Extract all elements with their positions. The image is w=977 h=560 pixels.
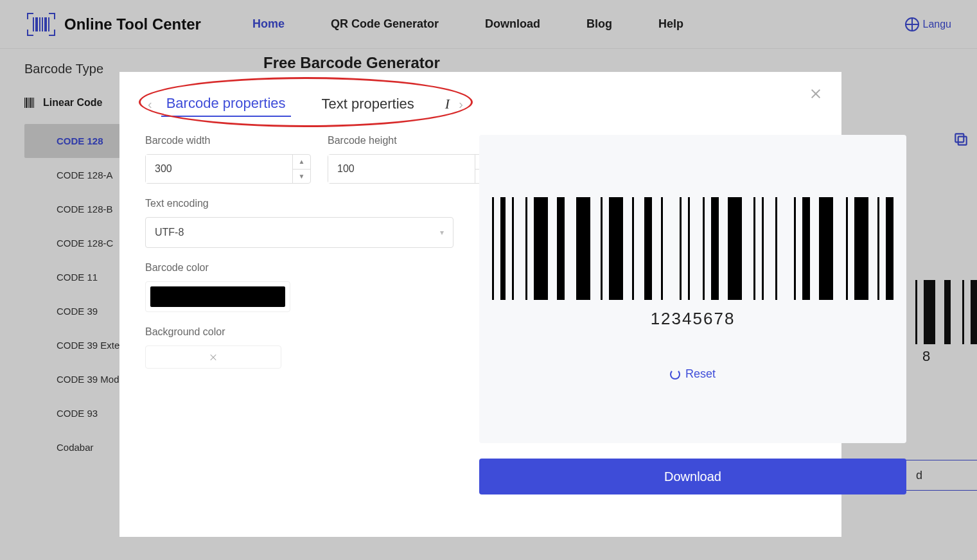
- barcode-color-picker[interactable]: [145, 281, 290, 312]
- text-encoding-value: UTF-8: [155, 227, 184, 238]
- barcode-height-input[interactable]: ▲ ▼: [328, 154, 493, 184]
- label-barcode-width: Barcode width: [145, 135, 311, 146]
- chevron-down-icon: ▾: [440, 228, 444, 237]
- barcode-preview: 12345678 Reset: [479, 135, 906, 443]
- tab-extra-indicator: I: [445, 96, 450, 112]
- download-button[interactable]: Download: [479, 459, 906, 494]
- tabs-row: ‹ Barcode properties Text properties I ›: [145, 91, 816, 117]
- tabs-prev-icon[interactable]: ‹: [145, 97, 155, 112]
- label-background-color: Background color: [145, 326, 453, 338]
- reset-label: Reset: [685, 367, 716, 381]
- background-color-picker[interactable]: [145, 346, 281, 369]
- label-text-encoding: Text encoding: [145, 198, 453, 209]
- barcode-bars: [492, 197, 893, 300]
- form-column: Barcode width ▲ ▼ Barcode height: [145, 135, 453, 518]
- barcode-width-field[interactable]: [146, 155, 292, 183]
- barcode-height-field[interactable]: [328, 155, 475, 183]
- width-decrement-button[interactable]: ▼: [293, 170, 310, 184]
- width-increment-button[interactable]: ▲: [293, 155, 310, 170]
- reset-button[interactable]: Reset: [670, 367, 716, 381]
- reset-icon: [670, 369, 680, 380]
- background-color-swatch-none: [148, 348, 279, 366]
- tab-text-properties[interactable]: Text properties: [317, 92, 419, 116]
- preview-column: 12345678 Reset Download: [479, 135, 906, 518]
- label-barcode-height: Barcode height: [328, 135, 493, 146]
- label-barcode-color: Barcode color: [145, 262, 453, 274]
- tab-barcode-properties[interactable]: Barcode properties: [161, 91, 291, 117]
- barcode-color-swatch: [150, 286, 285, 307]
- text-encoding-select[interactable]: UTF-8 ▾: [145, 217, 453, 248]
- barcode-width-input[interactable]: ▲ ▼: [145, 154, 311, 184]
- tabs-next-icon[interactable]: ›: [456, 97, 466, 112]
- barcode-preview-text: 12345678: [651, 309, 735, 329]
- properties-modal: ‹ Barcode properties Text properties I ›…: [119, 72, 841, 537]
